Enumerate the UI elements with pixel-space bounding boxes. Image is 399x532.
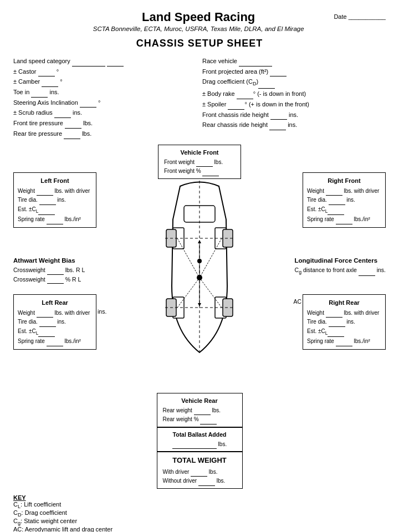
- without-driver-field[interactable]: [198, 479, 215, 486]
- bottom-section: KEY CL: Lift coefficient CD: Drag coeffi…: [13, 494, 386, 532]
- bottom-center-section: Vehicle Rear Rear weight lbs. Rear weigh…: [13, 393, 386, 489]
- castor-field[interactable]: [38, 69, 55, 76]
- cg-axle-field[interactable]: [359, 269, 375, 276]
- scrub-row: ± Scrub radius ins.: [13, 108, 197, 118]
- race-vehicle-field[interactable]: [239, 59, 272, 66]
- front-tire-field[interactable]: [65, 121, 81, 129]
- svg-point-12: [197, 275, 202, 280]
- right-rear-title: Right Rear: [307, 298, 381, 308]
- drag-coeff-field[interactable]: [258, 81, 275, 89]
- toe-row: Toe in ins.: [13, 87, 197, 98]
- front-ride-field[interactable]: [270, 112, 287, 120]
- right-rear-box: Right Rear Weight lbs. with driver Tire …: [303, 294, 386, 350]
- rr-est-row: Est. ±CL: [307, 327, 381, 337]
- lr-tire-row: Tire dia. ins.: [18, 318, 92, 327]
- rear-ride-field[interactable]: [269, 123, 286, 130]
- drag-coeff-row: Drag coefficient (CD): [202, 76, 386, 89]
- fields-section: Land speed category ± Castor ° ± Camber …: [13, 56, 386, 139]
- rf-spring-field[interactable]: [336, 217, 352, 224]
- date-line: Date ___________: [334, 10, 386, 20]
- lr-est-field[interactable]: [38, 330, 55, 337]
- key-title: KEY: [13, 494, 386, 501]
- lf-spring-field[interactable]: [47, 217, 63, 224]
- left-rear-title: Left Rear: [18, 298, 92, 308]
- left-rear-box: Left Rear Weight lbs. with driver Tire d…: [13, 294, 96, 350]
- spoiler-field[interactable]: [228, 103, 244, 110]
- camber-row: ± Camber °: [13, 76, 197, 87]
- camber-field[interactable]: [42, 80, 58, 87]
- lr-est-row: Est. ±CL: [18, 327, 92, 337]
- right-fields: Race vehicle Front projected area (ft²) …: [202, 56, 386, 139]
- rr-tire-row: Tire dia. ins.: [307, 318, 381, 327]
- rf-est-row: Est. ±CL: [307, 205, 381, 216]
- rf-est-field[interactable]: [328, 208, 344, 215]
- rear-weight-row: Rear weight lbs.: [163, 406, 237, 416]
- vehicle-rear-box: Vehicle Rear Rear weight lbs. Rear weigh…: [157, 393, 243, 427]
- left-fields: Land speed category ± Castor ° ± Camber …: [13, 56, 197, 139]
- rf-spring-row: Spring rate lbs./in²: [307, 215, 381, 224]
- lr-weight-field[interactable]: [37, 310, 53, 318]
- rr-spring-field[interactable]: [336, 339, 352, 346]
- lf-weight-field[interactable]: [37, 188, 53, 196]
- land-speed-field[interactable]: [72, 59, 105, 66]
- sai-field[interactable]: [80, 100, 96, 108]
- ballast-field[interactable]: [172, 442, 217, 449]
- svg-point-15: [197, 259, 202, 263]
- rf-weight-field[interactable]: [326, 188, 342, 196]
- toe-field[interactable]: [31, 90, 48, 98]
- longitudinal-title: Longitudinal Force Centers: [295, 255, 386, 265]
- key-item-1: CD: Drag coefficient: [13, 509, 386, 518]
- rr-weight-row: Weight lbs. with driver: [307, 309, 381, 318]
- vehicle-front-box: Vehicle Front Front weight lbs. Front we…: [158, 145, 241, 179]
- rr-est-field[interactable]: [328, 330, 344, 337]
- rf-tire-field[interactable]: [329, 198, 345, 205]
- front-area-field[interactable]: [270, 69, 287, 76]
- with-driver-field[interactable]: [191, 469, 207, 477]
- rear-weight-pct-field[interactable]: [200, 417, 217, 424]
- vehicle-front-title: Vehicle Front: [164, 147, 235, 157]
- key-item-3: AC: Aerodynamic lift and drag center: [13, 526, 386, 532]
- body-rake-field[interactable]: [237, 92, 253, 99]
- cross1-field[interactable]: [47, 268, 64, 275]
- front-area-row: Front projected area (ft²): [202, 66, 386, 77]
- cross2-field[interactable]: [47, 277, 64, 284]
- lr-tire-field[interactable]: [39, 320, 56, 327]
- lf-est-field[interactable]: [38, 208, 55, 215]
- lr-spring-field[interactable]: [47, 339, 63, 346]
- ballast-title: Total Ballast Added: [163, 430, 237, 439]
- athwart-title: Athwart Weight Bias: [13, 255, 85, 265]
- lr-weight-row: Weight lbs. with driver: [18, 309, 92, 318]
- rr-weight-field[interactable]: [326, 310, 342, 318]
- without-driver-row: Without driver lbs.: [163, 477, 237, 486]
- lf-tire-row: Tire dia. ins.: [18, 196, 92, 205]
- cross2-row: Crossweight % R L: [13, 275, 85, 284]
- longitudinal-block: Longitudinal Force Centers Cg distance t…: [295, 255, 386, 276]
- castor-row: ± Castor °: [13, 66, 197, 77]
- lf-est-row: Est. ±CL: [18, 205, 92, 216]
- lf-weight-row: Weight lbs. with driver: [18, 187, 92, 196]
- athwart-block: Athwart Weight Bias Crossweight lbs. R L…: [13, 255, 85, 284]
- rear-tire-field[interactable]: [64, 132, 80, 139]
- rear-tire-row: Rear tire pressure lbs.: [13, 129, 197, 139]
- main-title: Land Speed Racing: [63, 10, 334, 24]
- total-weight-title: TOTAL WEIGHT: [163, 454, 237, 466]
- land-speed-field2[interactable]: [107, 59, 124, 66]
- with-driver-row: With driver lbs.: [163, 468, 237, 477]
- rr-tire-field[interactable]: [329, 320, 345, 327]
- vehicle-rear-title: Vehicle Rear: [163, 396, 237, 406]
- body-rake-row: ± Body rake ° (- is down in front): [202, 89, 386, 99]
- cg-axle-row: Cg distance to front axle ins.: [295, 265, 386, 276]
- rear-weight-field[interactable]: [194, 408, 211, 415]
- subtitle: SCTA Bonneville, ECTA, Muroc, USFRA, Tex…: [63, 25, 334, 32]
- ballast-row: lbs.: [163, 440, 237, 449]
- ballast-box: Total Ballast Added lbs.: [157, 427, 243, 452]
- front-weight-field[interactable]: [196, 160, 213, 167]
- sai-row: Steering Axis Inclination °: [13, 98, 197, 108]
- diagram-section: Vehicle Front Front weight lbs. Front we…: [13, 145, 386, 388]
- lf-tire-field[interactable]: [39, 198, 56, 205]
- date-label: Date: [334, 13, 346, 20]
- front-ride-row: Front chassis ride height ins.: [202, 110, 386, 120]
- front-tire-row: Front tire pressure lbs.: [13, 118, 197, 129]
- lf-spring-row: Spring rate lbs./in²: [18, 215, 92, 224]
- scrub-field[interactable]: [54, 111, 71, 118]
